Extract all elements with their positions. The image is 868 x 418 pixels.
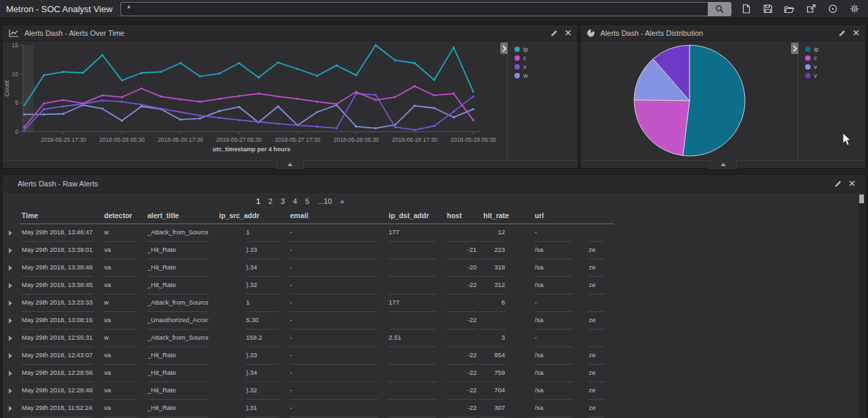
- page-button[interactable]: 3: [281, 197, 285, 205]
- legend-item[interactable]: v: [805, 71, 865, 80]
- open-folder-button[interactable]: [784, 4, 794, 14]
- legend-collapse-tab[interactable]: [500, 43, 508, 54]
- vertical-scrollbar[interactable]: [859, 194, 865, 418]
- expand-caret-icon[interactable]: [9, 406, 12, 411]
- table-cell: 177: [387, 224, 445, 242]
- legend-item[interactable]: ip: [514, 45, 577, 53]
- new-document-button[interactable]: [741, 4, 751, 14]
- svg-text:Count: Count: [3, 80, 10, 97]
- legend-item[interactable]: v: [514, 62, 577, 71]
- expand-caret-icon[interactable]: [9, 388, 12, 394]
- page-button[interactable]: ...10: [318, 197, 332, 205]
- legend-item[interactable]: v: [805, 62, 865, 71]
- table-cell: 307: [478, 400, 528, 417]
- table-row[interactable]: May 29th 2018, 13:46:47.000w_Attack_from…: [3, 224, 614, 242]
- panel-collapse-bar: [3, 160, 577, 169]
- table-row[interactable]: May 29th 2018, 12:43:07.000va_Hit_Rate).…: [3, 347, 614, 365]
- table-row[interactable]: May 29th 2018, 13:23:33.000w_Attack_from…: [3, 294, 614, 312]
- expand-caret-icon[interactable]: [9, 353, 12, 359]
- share-button[interactable]: [806, 4, 816, 14]
- settings-button[interactable]: [849, 4, 859, 14]
- search-button[interactable]: [708, 2, 731, 16]
- alerts-over-time-chart: 051015Count2018-05-25 17:302018-05-26 05…: [3, 41, 503, 157]
- expand-caret-icon[interactable]: [9, 230, 12, 236]
- svg-text:2018-05-26 05:30: 2018-05-26 05:30: [99, 136, 145, 143]
- expand-caret-icon[interactable]: [9, 265, 12, 271]
- expand-caret-icon[interactable]: [9, 248, 12, 253]
- column-header-email: email: [289, 207, 387, 224]
- table-cell: _Hit_Rate: [146, 259, 218, 277]
- expand-caret-icon[interactable]: [9, 318, 12, 323]
- expand-caret-icon[interactable]: [9, 336, 12, 341]
- legend-item-label: ip: [814, 46, 819, 53]
- page-button[interactable]: 2: [268, 197, 272, 205]
- expand-caret-icon[interactable]: [9, 283, 12, 288]
- edit-panel-button[interactable]: [835, 180, 842, 187]
- scrollbar-thumb[interactable]: [859, 194, 864, 203]
- page-button[interactable]: 5: [305, 197, 309, 205]
- pie-slice[interactable]: [634, 100, 690, 155]
- expand-column-header: [3, 207, 20, 224]
- table-row[interactable]: May 29th 2018, 12:28:49.000va_Hit_Rate).…: [3, 382, 614, 400]
- close-panel-button[interactable]: [853, 30, 859, 36]
- table-cell: 1: [218, 224, 289, 242]
- legend-item-label: v: [814, 63, 817, 70]
- close-panel-button[interactable]: [849, 180, 855, 186]
- open-folder-icon: [784, 5, 794, 14]
- search-icon: [715, 5, 724, 14]
- table-cell: _Unauthorized_Access: [146, 312, 218, 330]
- legend-item[interactable]: ip: [805, 45, 865, 53]
- collapse-panel-button[interactable]: [276, 160, 304, 169]
- table-row[interactable]: May 29th 2018, 13:39:01.000va_Hit_Rate).…: [3, 242, 614, 259]
- close-panel-button[interactable]: [565, 30, 571, 36]
- table-cell: -: [289, 365, 387, 382]
- expand-caret-icon[interactable]: [9, 301, 12, 306]
- svg-text:2018-05-25 17:30: 2018-05-25 17:30: [41, 136, 86, 143]
- table-row[interactable]: May 29th 2018, 13:08:16.000va_Unauthoriz…: [3, 312, 614, 330]
- legend-swatch-icon: [514, 64, 520, 70]
- table-cell: -: [528, 224, 582, 242]
- table-cell: [387, 312, 445, 330]
- table-cell: va: [103, 242, 146, 259]
- page-button[interactable]: »: [340, 197, 344, 205]
- table-row[interactable]: May 29th 2018, 13:38:48.000va_Hit_Rate).…: [3, 259, 614, 277]
- save-button[interactable]: [763, 4, 773, 14]
- table-cell: -: [289, 242, 387, 259]
- table-cell: /sa: [528, 242, 582, 259]
- page-button[interactable]: 4: [293, 197, 297, 205]
- column-header-ip_dst_addr: ip_dst_addr: [387, 207, 445, 224]
- table-cell: -: [289, 400, 387, 417]
- legend-collapse-tab[interactable]: [791, 43, 798, 54]
- clock-button[interactable]: [827, 4, 838, 14]
- legend-item[interactable]: w: [514, 71, 577, 80]
- table-cell: [387, 347, 445, 365]
- legend-item[interactable]: c: [514, 53, 577, 62]
- table-cell: ze: [582, 277, 614, 294]
- table-cell: ).31: [218, 400, 289, 417]
- table-row[interactable]: May 29th 2018, 11:52:24.000va_Hit_Rate).…: [3, 400, 614, 417]
- table-cell: [387, 400, 445, 417]
- pie-slice[interactable]: [683, 45, 745, 156]
- page-button[interactable]: 1: [256, 197, 260, 205]
- table-cell: 6: [478, 294, 528, 312]
- table-cell: May 29th 2018, 12:55:31.000: [20, 330, 103, 347]
- legend-item[interactable]: c: [805, 53, 865, 62]
- table-cell: ).33: [218, 242, 289, 259]
- collapse-panel-button[interactable]: [710, 160, 737, 169]
- edit-panel-button[interactable]: [551, 30, 558, 36]
- share-icon: [806, 4, 816, 14]
- table-cell: ).32: [218, 382, 289, 400]
- pie-chart-icon: [587, 29, 595, 37]
- legend-swatch-icon: [514, 47, 520, 52]
- dashboard-row-top: Alerts Dash - Alerts Over Time 051015Cou…: [0, 18, 868, 169]
- table-row[interactable]: May 29th 2018, 12:28:56.000va_Hit_Rate).…: [3, 365, 614, 382]
- table-cell: [445, 294, 478, 312]
- expand-caret-icon[interactable]: [9, 371, 12, 376]
- app-title: Metron - SOC Analyst View: [6, 4, 112, 14]
- table-cell: May 29th 2018, 12:28:49.000: [20, 382, 103, 400]
- table-row[interactable]: May 29th 2018, 12:55:31.000w_Attack_from…: [3, 330, 614, 347]
- table-cell: -: [528, 330, 582, 347]
- search-input[interactable]: [120, 2, 708, 16]
- edit-panel-button[interactable]: [839, 30, 846, 36]
- table-row[interactable]: May 29th 2018, 13:38:45.000va_Hit_Rate).…: [3, 277, 614, 294]
